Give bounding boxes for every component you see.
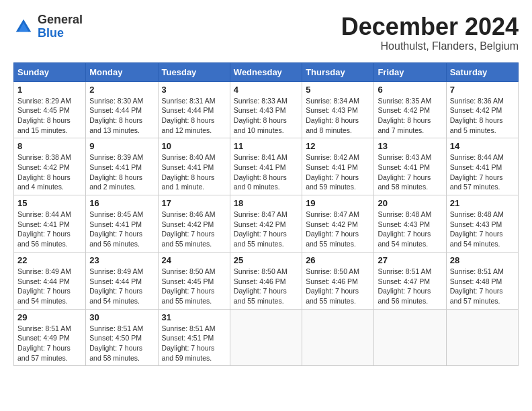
calendar-day-cell: 9Sunrise: 8:39 AM Sunset: 4:41 PM Daylig… <box>86 138 158 195</box>
day-number: 28 <box>450 255 515 265</box>
day-info: Sunrise: 8:46 AM Sunset: 4:42 PM Dayligh… <box>162 210 226 249</box>
day-number: 6 <box>378 85 442 95</box>
calendar-day-cell: 5Sunrise: 8:34 AM Sunset: 4:43 PM Daylig… <box>302 81 374 138</box>
day-info: Sunrise: 8:44 AM Sunset: 4:41 PM Dayligh… <box>450 152 515 192</box>
calendar-day-cell: 24Sunrise: 8:50 AM Sunset: 4:45 PM Dayli… <box>158 252 230 309</box>
day-info: Sunrise: 8:49 AM Sunset: 4:44 PM Dayligh… <box>89 267 154 306</box>
logo-blue-text: Blue <box>38 27 83 40</box>
day-info: Sunrise: 8:44 AM Sunset: 4:41 PM Dayligh… <box>17 210 82 249</box>
day-number: 15 <box>17 198 82 208</box>
day-info: Sunrise: 8:39 AM Sunset: 4:41 PM Dayligh… <box>89 152 154 192</box>
day-info: Sunrise: 8:42 AM Sunset: 4:41 PM Dayligh… <box>306 152 370 192</box>
day-info: Sunrise: 8:51 AM Sunset: 4:50 PM Dayligh… <box>89 324 154 363</box>
day-number: 20 <box>378 198 442 208</box>
day-info: Sunrise: 8:48 AM Sunset: 4:43 PM Dayligh… <box>450 210 515 249</box>
calendar-day-cell: 25Sunrise: 8:50 AM Sunset: 4:46 PM Dayli… <box>230 252 302 309</box>
day-info: Sunrise: 8:48 AM Sunset: 4:43 PM Dayligh… <box>378 210 442 249</box>
weekday-header-row: SundayMondayTuesdayWednesdayThursdayFrid… <box>14 62 519 81</box>
location-subtitle: Houthulst, Flanders, Belgium <box>341 40 519 52</box>
calendar-day-cell: 27Sunrise: 8:51 AM Sunset: 4:47 PM Dayli… <box>374 252 446 309</box>
day-info: Sunrise: 8:50 AM Sunset: 4:45 PM Dayligh… <box>162 267 226 306</box>
calendar-day-cell: 8Sunrise: 8:38 AM Sunset: 4:42 PM Daylig… <box>14 138 86 195</box>
day-number: 1 <box>17 85 82 95</box>
day-number: 2 <box>89 85 154 95</box>
weekday-header-saturday: Saturday <box>446 62 518 81</box>
calendar-body: 1Sunrise: 8:29 AM Sunset: 4:45 PM Daylig… <box>14 81 519 366</box>
logo: General Blue <box>13 13 83 40</box>
day-number: 31 <box>162 312 226 322</box>
calendar-day-cell: 19Sunrise: 8:47 AM Sunset: 4:42 PM Dayli… <box>302 195 374 253</box>
calendar-week-row: 1Sunrise: 8:29 AM Sunset: 4:45 PM Daylig… <box>14 81 519 138</box>
day-number: 12 <box>306 141 370 151</box>
calendar-day-cell: 11Sunrise: 8:41 AM Sunset: 4:41 PM Dayli… <box>230 138 302 195</box>
day-info: Sunrise: 8:36 AM Sunset: 4:42 PM Dayligh… <box>450 96 515 136</box>
day-info: Sunrise: 8:43 AM Sunset: 4:41 PM Dayligh… <box>378 152 442 192</box>
calendar-day-cell: 18Sunrise: 8:47 AM Sunset: 4:42 PM Dayli… <box>230 195 302 253</box>
calendar-day-cell: 28Sunrise: 8:51 AM Sunset: 4:48 PM Dayli… <box>446 252 518 309</box>
calendar-day-cell: 21Sunrise: 8:48 AM Sunset: 4:43 PM Dayli… <box>446 195 518 253</box>
calendar-day-cell: 15Sunrise: 8:44 AM Sunset: 4:41 PM Dayli… <box>14 195 86 253</box>
weekday-header-thursday: Thursday <box>302 62 374 81</box>
day-info: Sunrise: 8:31 AM Sunset: 4:44 PM Dayligh… <box>162 96 226 136</box>
calendar-day-cell: 4Sunrise: 8:33 AM Sunset: 4:43 PM Daylig… <box>230 81 302 138</box>
day-info: Sunrise: 8:33 AM Sunset: 4:43 PM Dayligh… <box>234 96 298 136</box>
logo-general-text: General <box>38 13 83 27</box>
day-info: Sunrise: 8:47 AM Sunset: 4:42 PM Dayligh… <box>306 210 370 249</box>
day-number: 8 <box>17 141 82 151</box>
day-number: 22 <box>17 255 82 265</box>
calendar-day-cell: 29Sunrise: 8:51 AM Sunset: 4:49 PM Dayli… <box>14 309 86 366</box>
day-number: 21 <box>450 198 515 208</box>
day-number: 23 <box>89 255 154 265</box>
calendar-day-cell: 23Sunrise: 8:49 AM Sunset: 4:44 PM Dayli… <box>86 252 158 309</box>
calendar-week-row: 22Sunrise: 8:49 AM Sunset: 4:44 PM Dayli… <box>14 252 519 309</box>
calendar-day-cell: 30Sunrise: 8:51 AM Sunset: 4:50 PM Dayli… <box>86 309 158 366</box>
day-number: 5 <box>306 85 370 95</box>
calendar-day-cell: 20Sunrise: 8:48 AM Sunset: 4:43 PM Dayli… <box>374 195 446 253</box>
calendar-day-cell: 26Sunrise: 8:50 AM Sunset: 4:46 PM Dayli… <box>302 252 374 309</box>
logo-text: General Blue <box>38 13 83 40</box>
calendar-day-cell <box>446 309 518 366</box>
day-number: 18 <box>234 198 298 208</box>
calendar-header: SundayMondayTuesdayWednesdayThursdayFrid… <box>14 62 519 81</box>
calendar-day-cell: 31Sunrise: 8:51 AM Sunset: 4:51 PM Dayli… <box>158 309 230 366</box>
calendar-day-cell <box>302 309 374 366</box>
calendar-day-cell: 10Sunrise: 8:40 AM Sunset: 4:41 PM Dayli… <box>158 138 230 195</box>
day-number: 13 <box>378 141 442 151</box>
day-info: Sunrise: 8:38 AM Sunset: 4:42 PM Dayligh… <box>17 152 82 192</box>
weekday-header-sunday: Sunday <box>14 62 86 81</box>
day-number: 30 <box>89 312 154 322</box>
day-number: 11 <box>234 141 298 151</box>
day-info: Sunrise: 8:51 AM Sunset: 4:49 PM Dayligh… <box>17 324 82 363</box>
calendar-day-cell: 17Sunrise: 8:46 AM Sunset: 4:42 PM Dayli… <box>158 195 230 253</box>
weekday-header-tuesday: Tuesday <box>158 62 230 81</box>
calendar-week-row: 15Sunrise: 8:44 AM Sunset: 4:41 PM Dayli… <box>14 195 519 253</box>
calendar-day-cell: 7Sunrise: 8:36 AM Sunset: 4:42 PM Daylig… <box>446 81 518 138</box>
day-number: 25 <box>234 255 298 265</box>
day-info: Sunrise: 8:50 AM Sunset: 4:46 PM Dayligh… <box>234 267 298 306</box>
day-info: Sunrise: 8:29 AM Sunset: 4:45 PM Dayligh… <box>17 96 82 136</box>
day-info: Sunrise: 8:47 AM Sunset: 4:42 PM Dayligh… <box>234 210 298 249</box>
calendar-day-cell: 12Sunrise: 8:42 AM Sunset: 4:41 PM Dayli… <box>302 138 374 195</box>
calendar-day-cell: 22Sunrise: 8:49 AM Sunset: 4:44 PM Dayli… <box>14 252 86 309</box>
day-info: Sunrise: 8:50 AM Sunset: 4:46 PM Dayligh… <box>306 267 370 306</box>
calendar-week-row: 8Sunrise: 8:38 AM Sunset: 4:42 PM Daylig… <box>14 138 519 195</box>
day-info: Sunrise: 8:51 AM Sunset: 4:51 PM Dayligh… <box>162 324 226 363</box>
calendar-day-cell <box>374 309 446 366</box>
calendar-day-cell: 2Sunrise: 8:30 AM Sunset: 4:44 PM Daylig… <box>86 81 158 138</box>
weekday-header-monday: Monday <box>86 62 158 81</box>
day-number: 3 <box>162 85 226 95</box>
day-number: 16 <box>89 198 154 208</box>
day-info: Sunrise: 8:40 AM Sunset: 4:41 PM Dayligh… <box>162 152 226 192</box>
calendar-day-cell: 13Sunrise: 8:43 AM Sunset: 4:41 PM Dayli… <box>374 138 446 195</box>
day-info: Sunrise: 8:49 AM Sunset: 4:44 PM Dayligh… <box>17 267 82 306</box>
calendar-day-cell: 3Sunrise: 8:31 AM Sunset: 4:44 PM Daylig… <box>158 81 230 138</box>
calendar-day-cell: 6Sunrise: 8:35 AM Sunset: 4:42 PM Daylig… <box>374 81 446 138</box>
day-info: Sunrise: 8:51 AM Sunset: 4:47 PM Dayligh… <box>378 267 442 306</box>
calendar-week-row: 29Sunrise: 8:51 AM Sunset: 4:49 PM Dayli… <box>14 309 519 366</box>
day-info: Sunrise: 8:35 AM Sunset: 4:42 PM Dayligh… <box>378 96 442 136</box>
calendar-day-cell: 14Sunrise: 8:44 AM Sunset: 4:41 PM Dayli… <box>446 138 518 195</box>
day-number: 29 <box>17 312 82 322</box>
weekday-header-wednesday: Wednesday <box>230 62 302 81</box>
logo-icon <box>13 17 34 37</box>
day-info: Sunrise: 8:51 AM Sunset: 4:48 PM Dayligh… <box>450 267 515 306</box>
